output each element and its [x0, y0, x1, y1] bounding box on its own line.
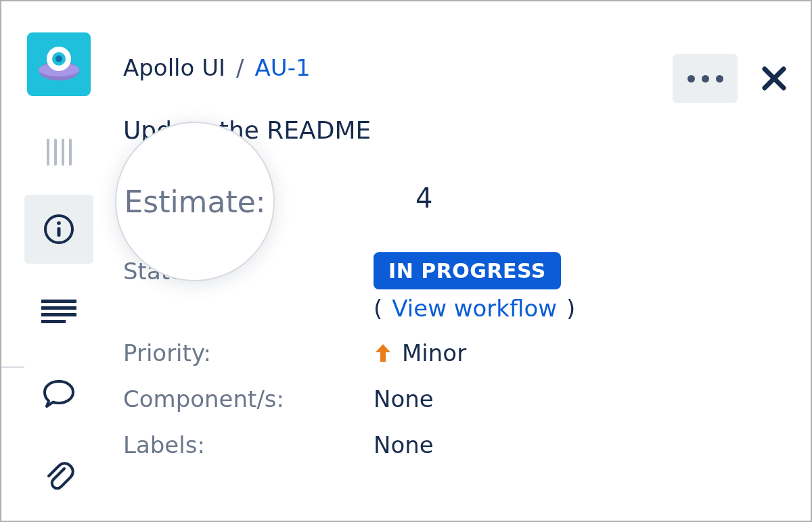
- ellipsis-icon: [687, 75, 723, 82]
- components-row: Component/s: None: [123, 385, 790, 412]
- breadcrumb-issue-key[interactable]: AU-1: [255, 54, 311, 81]
- rail-divider: [1, 366, 24, 368]
- zoom-lens: Estimate:: [115, 122, 275, 281]
- workflow-row: (View workflow): [123, 295, 790, 322]
- svg-rect-11: [41, 320, 66, 323]
- top-actions: [673, 54, 792, 103]
- rail-nav-attachments[interactable]: [24, 442, 93, 511]
- breadcrumb-project[interactable]: Apollo UI: [123, 54, 225, 81]
- priority-value[interactable]: Minor: [402, 339, 466, 366]
- close-button[interactable]: [757, 61, 792, 96]
- components-label: Component/s:: [123, 385, 374, 412]
- estimate-label: Estimate:: [124, 185, 265, 219]
- labels-value[interactable]: None: [374, 431, 434, 458]
- rail-nav-description[interactable]: [24, 277, 93, 346]
- estimate-value[interactable]: 4: [415, 183, 432, 214]
- speech-bubble-icon: [43, 379, 75, 409]
- status-badge[interactable]: IN PROGRESS: [374, 252, 561, 289]
- rail-nav-lines[interactable]: [24, 118, 93, 187]
- paperclip-icon: [43, 460, 75, 493]
- priority-label: Priority:: [123, 339, 374, 366]
- labels-label: Labels:: [123, 431, 374, 458]
- more-actions-button[interactable]: [673, 54, 738, 103]
- issue-fields: Status: IN PROGRESS (View workflow) Prio…: [123, 252, 790, 458]
- components-value[interactable]: None: [374, 385, 434, 412]
- info-icon: [43, 214, 74, 245]
- svg-point-4: [55, 55, 62, 62]
- svg-point-6: [57, 221, 61, 225]
- labels-row: Labels: None: [123, 431, 790, 458]
- priority-arrow-icon: [374, 343, 392, 362]
- svg-rect-9: [41, 306, 76, 310]
- close-icon: [761, 66, 787, 91]
- svg-rect-7: [58, 227, 61, 237]
- svg-rect-10: [41, 313, 76, 316]
- breadcrumb-separator: /: [236, 54, 244, 81]
- svg-rect-8: [41, 300, 76, 303]
- view-workflow-link[interactable]: View workflow: [392, 295, 557, 322]
- alien-ship-icon: [36, 41, 82, 87]
- vertical-lines-icon: [47, 139, 72, 166]
- project-avatar[interactable]: [27, 32, 91, 96]
- rail-nav-info[interactable]: [24, 195, 93, 264]
- rail-nav-comments[interactable]: [24, 360, 93, 429]
- left-rail: [24, 32, 93, 522]
- priority-row: Priority: Minor: [123, 339, 790, 366]
- text-lines-icon: [41, 300, 76, 324]
